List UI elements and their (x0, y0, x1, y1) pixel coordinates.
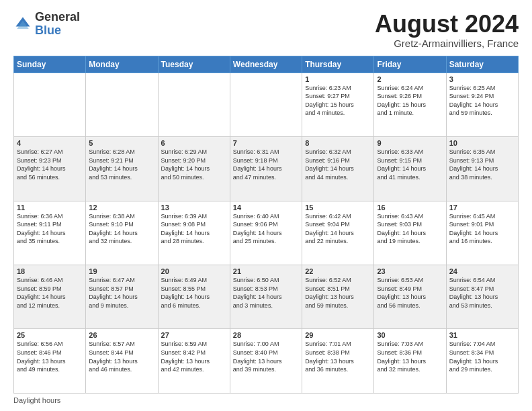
day-number: 17 (449, 203, 515, 212)
calendar-cell-w3-d2: 12Sunrise: 6:38 AM Sunset: 9:10 PM Dayli… (86, 201, 158, 265)
day-info: Sunrise: 6:38 AM Sunset: 9:10 PM Dayligh… (89, 212, 154, 246)
calendar-cell-w3-d6: 16Sunrise: 6:43 AM Sunset: 9:03 PM Dayli… (374, 201, 446, 265)
day-number: 8 (305, 139, 371, 147)
day-info: Sunrise: 6:35 AM Sunset: 9:13 PM Dayligh… (449, 148, 515, 181)
calendar-cell-w2-d7: 10Sunrise: 6:35 AM Sunset: 9:13 PM Dayli… (446, 137, 518, 201)
calendar-cell-w4-d5: 22Sunrise: 6:52 AM Sunset: 8:51 PM Dayli… (302, 265, 374, 329)
calendar-cell-w5-d4: 28Sunrise: 7:00 AM Sunset: 8:40 PM Dayli… (230, 329, 302, 394)
day-number: 18 (17, 267, 83, 275)
logo-general-text: General (35, 11, 80, 24)
calendar-week-1: 1Sunrise: 6:23 AM Sunset: 9:27 PM Daylig… (14, 73, 519, 136)
day-number: 20 (161, 267, 227, 275)
calendar-cell-w3-d7: 17Sunrise: 6:45 AM Sunset: 9:01 PM Dayli… (446, 201, 518, 265)
col-sunday: Sunday (14, 56, 86, 73)
calendar-cell-w2-d6: 9Sunrise: 6:33 AM Sunset: 9:15 PM Daylig… (374, 137, 446, 201)
logo-icon (13, 15, 32, 34)
calendar-cell-w5-d7: 31Sunrise: 7:04 AM Sunset: 8:34 PM Dayli… (446, 329, 518, 394)
col-wednesday: Wednesday (230, 56, 302, 73)
day-info: Sunrise: 6:46 AM Sunset: 8:59 PM Dayligh… (17, 276, 83, 310)
calendar-cell-w5-d1: 25Sunrise: 6:56 AM Sunset: 8:46 PM Dayli… (14, 329, 86, 394)
day-number: 25 (17, 331, 83, 339)
calendar-cell-w2-d2: 5Sunrise: 6:28 AM Sunset: 9:21 PM Daylig… (86, 137, 158, 201)
day-info: Sunrise: 6:24 AM Sunset: 9:26 PM Dayligh… (377, 84, 443, 118)
day-info: Sunrise: 6:29 AM Sunset: 9:20 PM Dayligh… (161, 148, 227, 181)
calendar-header-row: Sunday Monday Tuesday Wednesday Thursday… (14, 56, 519, 73)
calendar-cell-w1-d1 (14, 73, 86, 136)
day-number: 10 (449, 139, 515, 147)
calendar-cell-w1-d7: 3Sunrise: 6:25 AM Sunset: 9:24 PM Daylig… (446, 73, 518, 136)
day-info: Sunrise: 6:50 AM Sunset: 8:53 PM Dayligh… (233, 276, 299, 310)
day-number: 15 (305, 203, 371, 212)
day-info: Sunrise: 6:28 AM Sunset: 9:21 PM Dayligh… (89, 148, 154, 181)
day-info: Sunrise: 7:04 AM Sunset: 8:34 PM Dayligh… (449, 340, 515, 373)
day-info: Sunrise: 6:39 AM Sunset: 9:08 PM Dayligh… (161, 212, 227, 246)
calendar-cell-w4-d7: 24Sunrise: 6:54 AM Sunset: 8:47 PM Dayli… (446, 265, 518, 329)
day-number: 2 (377, 75, 443, 83)
day-info: Sunrise: 6:45 AM Sunset: 9:01 PM Dayligh… (449, 212, 515, 246)
day-number: 22 (305, 267, 371, 275)
day-number: 1 (305, 75, 371, 83)
logo: General Blue (13, 11, 80, 38)
day-info: Sunrise: 7:01 AM Sunset: 8:38 PM Dayligh… (305, 340, 371, 373)
day-info: Sunrise: 6:53 AM Sunset: 8:49 PM Dayligh… (377, 276, 443, 310)
calendar-week-3: 11Sunrise: 6:36 AM Sunset: 9:11 PM Dayli… (14, 201, 519, 265)
location: Gretz-Armainvilliers, France (375, 38, 519, 49)
day-number: 13 (161, 203, 227, 212)
day-info: Sunrise: 6:27 AM Sunset: 9:23 PM Dayligh… (17, 148, 83, 181)
calendar-week-4: 18Sunrise: 6:46 AM Sunset: 8:59 PM Dayli… (14, 265, 519, 329)
day-info: Sunrise: 6:23 AM Sunset: 9:27 PM Dayligh… (305, 84, 371, 118)
calendar-cell-w1-d3 (158, 73, 230, 136)
day-number: 9 (377, 139, 443, 147)
calendar-cell-w4-d3: 20Sunrise: 6:49 AM Sunset: 8:55 PM Dayli… (158, 265, 230, 329)
day-number: 23 (377, 267, 443, 275)
col-tuesday: Tuesday (158, 56, 230, 73)
header: General Blue August 2024 Gretz-Armainvil… (13, 11, 519, 49)
day-number: 4 (17, 139, 83, 147)
day-info: Sunrise: 6:25 AM Sunset: 9:24 PM Dayligh… (449, 84, 515, 118)
day-number: 5 (89, 139, 154, 147)
logo-text: General Blue (35, 11, 80, 38)
day-info: Sunrise: 6:33 AM Sunset: 9:15 PM Dayligh… (377, 148, 443, 181)
day-number: 7 (233, 139, 299, 147)
calendar-cell-w3-d5: 15Sunrise: 6:42 AM Sunset: 9:04 PM Dayli… (302, 201, 374, 265)
calendar-table: Sunday Monday Tuesday Wednesday Thursday… (13, 56, 519, 394)
day-info: Sunrise: 6:40 AM Sunset: 9:06 PM Dayligh… (233, 212, 299, 246)
logo-blue-text: Blue (35, 24, 80, 38)
day-number: 26 (89, 331, 154, 339)
day-info: Sunrise: 7:00 AM Sunset: 8:40 PM Dayligh… (233, 340, 299, 373)
day-number: 19 (89, 267, 154, 275)
day-info: Sunrise: 6:42 AM Sunset: 9:04 PM Dayligh… (305, 212, 371, 246)
day-info: Sunrise: 6:32 AM Sunset: 9:16 PM Dayligh… (305, 148, 371, 181)
day-info: Sunrise: 6:56 AM Sunset: 8:46 PM Dayligh… (17, 340, 83, 373)
calendar-cell-w5-d2: 26Sunrise: 6:57 AM Sunset: 8:44 PM Dayli… (86, 329, 158, 394)
day-number: 12 (89, 203, 154, 212)
col-thursday: Thursday (302, 56, 374, 73)
calendar-cell-w4-d2: 19Sunrise: 6:47 AM Sunset: 8:57 PM Dayli… (86, 265, 158, 329)
day-info: Sunrise: 6:47 AM Sunset: 8:57 PM Dayligh… (89, 276, 154, 310)
calendar-cell-w3-d3: 13Sunrise: 6:39 AM Sunset: 9:08 PM Dayli… (158, 201, 230, 265)
day-number: 28 (233, 331, 299, 339)
calendar-cell-w5-d5: 29Sunrise: 7:01 AM Sunset: 8:38 PM Dayli… (302, 329, 374, 394)
day-number: 21 (233, 267, 299, 275)
calendar-cell-w3-d1: 11Sunrise: 6:36 AM Sunset: 9:11 PM Dayli… (14, 201, 86, 265)
day-info: Sunrise: 6:43 AM Sunset: 9:03 PM Dayligh… (377, 212, 443, 246)
day-number: 27 (161, 331, 227, 339)
calendar-cell-w1-d2 (86, 73, 158, 136)
calendar-cell-w1-d6: 2Sunrise: 6:24 AM Sunset: 9:26 PM Daylig… (374, 73, 446, 136)
calendar-cell-w2-d4: 7Sunrise: 6:31 AM Sunset: 9:18 PM Daylig… (230, 137, 302, 201)
day-number: 16 (377, 203, 443, 212)
daylight-hours-label: Daylight hours (13, 396, 60, 404)
calendar-cell-w1-d4 (230, 73, 302, 136)
day-number: 11 (17, 203, 83, 212)
calendar-cell-w2-d5: 8Sunrise: 6:32 AM Sunset: 9:16 PM Daylig… (302, 137, 374, 201)
calendar-cell-w3-d4: 14Sunrise: 6:40 AM Sunset: 9:06 PM Dayli… (230, 201, 302, 265)
footer-note: Daylight hours (13, 396, 519, 404)
day-info: Sunrise: 6:54 AM Sunset: 8:47 PM Dayligh… (449, 276, 515, 310)
day-info: Sunrise: 7:03 AM Sunset: 8:36 PM Dayligh… (377, 340, 443, 373)
day-number: 14 (233, 203, 299, 212)
day-number: 6 (161, 139, 227, 147)
day-info: Sunrise: 6:49 AM Sunset: 8:55 PM Dayligh… (161, 276, 227, 310)
day-info: Sunrise: 6:31 AM Sunset: 9:18 PM Dayligh… (233, 148, 299, 181)
day-number: 29 (305, 331, 371, 339)
title-block: August 2024 Gretz-Armainvilliers, France (375, 11, 519, 49)
